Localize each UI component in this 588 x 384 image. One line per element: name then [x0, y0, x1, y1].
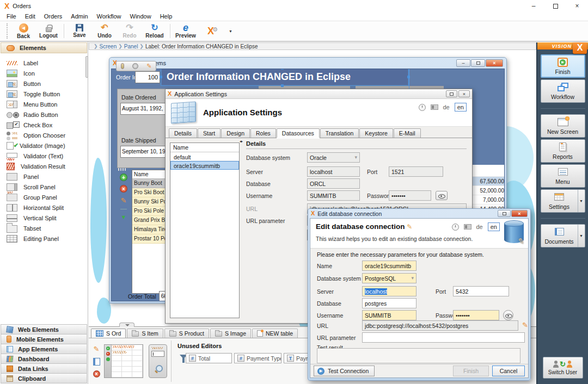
- palette-item-menu-button[interactable]: Menu Button: [0, 99, 88, 109]
- disable-icon[interactable]: [132, 63, 138, 69]
- remove-icon[interactable]: ×: [93, 370, 100, 377]
- tab-s-image[interactable]: S Image: [210, 329, 251, 338]
- flag-icon[interactable]: [431, 104, 438, 110]
- close-button[interactable]: ×: [486, 59, 503, 67]
- documents-button[interactable]: Documents ▼: [541, 224, 585, 247]
- palette-item-horizontal-split[interactable]: Horizontal Split: [0, 202, 88, 213]
- server-field[interactable]: localhost: [307, 166, 360, 177]
- close-button[interactable]: ×: [458, 90, 470, 97]
- close-button[interactable]: ×: [511, 210, 528, 217]
- palette-item-label[interactable]: Label: [0, 58, 88, 68]
- flag-icon[interactable]: [464, 224, 471, 230]
- section-data-links[interactable]: Data Links: [1, 363, 87, 374]
- editor-widget-thumbnail[interactable]: [149, 344, 167, 378]
- splitter-arrows-icon[interactable]: ◂▸: [240, 139, 242, 144]
- palette-item-icon[interactable]: Icon: [0, 68, 88, 78]
- database-field[interactable]: ORCL: [307, 178, 360, 189]
- table-row[interactable]: Pro Ski Pole: [132, 207, 167, 216]
- table-row[interactable]: Grand Prix Bicycle: [132, 216, 167, 225]
- price-cell[interactable]: 67,500.00: [469, 177, 505, 186]
- tab-new-table[interactable]: NEW table: [252, 329, 298, 338]
- lang-de[interactable]: de: [443, 104, 450, 110]
- table-row[interactable]: Prostar 10 Pound: [132, 234, 167, 244]
- table-row[interactable]: Pro Ski Boot: [132, 188, 167, 197]
- editor-chip-total[interactable]: # Total: [186, 353, 232, 363]
- port-field[interactable]: 1521: [389, 166, 443, 177]
- breadcrumb-panel[interactable]: Panel: [124, 44, 138, 49]
- section-web-elements[interactable]: Web Elements: [1, 324, 87, 335]
- undo-button[interactable]: ↶ Undo: [92, 21, 117, 41]
- palette-item-validator-image[interactable]: Validator (Image): [0, 140, 88, 151]
- reports-button[interactable]: Reports: [541, 139, 585, 163]
- test-connection-button[interactable]: ▶ Test Connection: [314, 366, 375, 376]
- delete-row-button[interactable]: ×: [120, 185, 127, 193]
- elements-header[interactable]: Elements: [1, 42, 87, 53]
- menu-help[interactable]: Help: [156, 13, 177, 20]
- date-shipped-field[interactable]: September 10, 1992: [120, 146, 169, 158]
- lang-en[interactable]: en: [488, 222, 500, 231]
- documents-dropdown-arrow[interactable]: ▼: [578, 225, 585, 247]
- price-cell[interactable]: 52,000.00: [469, 186, 505, 195]
- edit-pencil-icon[interactable]: ✎: [94, 345, 100, 353]
- palette-item-scroll-panel[interactable]: Scroll Panel: [0, 182, 88, 192]
- database-system-select[interactable]: PostgreSQL: [362, 273, 416, 283]
- table-row[interactable]: Himalaya Tires: [132, 225, 167, 234]
- palette-item-tabset[interactable]: Tabset: [0, 223, 88, 233]
- new-screen-button[interactable]: New Screen: [541, 114, 585, 138]
- server-field[interactable]: localhost: [362, 286, 416, 296]
- show-password-button[interactable]: [436, 191, 448, 200]
- database-field[interactable]: postgres: [362, 298, 416, 308]
- table-widget-thumbnail[interactable]: + ×: [104, 344, 143, 378]
- section-mobile-elements[interactable]: Mobile Elements: [1, 334, 87, 344]
- menu-admin[interactable]: Admin: [66, 13, 92, 20]
- save-button[interactable]: Save: [67, 21, 92, 41]
- datasource-row-oracle19csummitb[interactable]: oracle19csummitb: [170, 161, 239, 170]
- edit-pencil-icon[interactable]: ✎: [146, 63, 151, 70]
- close-button[interactable]: ×: [566, 0, 588, 12]
- edit-row-button[interactable]: ✎: [121, 196, 127, 205]
- tab-details[interactable]: Details: [169, 128, 197, 138]
- sidebar-splitter-handle[interactable]: [85, 56, 88, 78]
- items-column-header[interactable]: Name: [132, 170, 167, 179]
- tab-translation[interactable]: Translation: [320, 128, 359, 138]
- tab-s-item[interactable]: S Item: [127, 329, 163, 338]
- notebook-icon[interactable]: [93, 358, 100, 366]
- table-row[interactable]: Bunny Ski Pole: [132, 197, 167, 207]
- show-password-button[interactable]: [503, 310, 513, 320]
- palette-item-validation-result[interactable]: Validation Result: [0, 161, 88, 171]
- minimize-button[interactable]: –: [523, 0, 544, 12]
- maximize-button[interactable]: [544, 0, 566, 12]
- back-button[interactable]: ◀ Back: [11, 21, 36, 41]
- username-field[interactable]: SUMMITB: [362, 310, 416, 320]
- database-system-select[interactable]: Oracle: [307, 152, 360, 163]
- price-cell[interactable]: 7,000.00: [469, 195, 505, 205]
- history-icon[interactable]: [452, 224, 459, 231]
- cancel-button[interactable]: Cancel: [492, 366, 525, 376]
- editor-chip-payment-type-id[interactable]: # Payment Type Id ▼: [234, 353, 281, 363]
- switch-user-button[interactable]: ↻ Switch User: [543, 357, 583, 379]
- tab-start[interactable]: Start: [198, 128, 220, 138]
- lang-en[interactable]: en: [455, 103, 467, 112]
- palette-item-editing-panel[interactable]: Editing Panel: [0, 233, 88, 244]
- minimize-button[interactable]: –: [456, 59, 470, 67]
- datasource-row-default[interactable]: default: [170, 152, 239, 161]
- maximize-button[interactable]: [471, 59, 485, 67]
- menu-workflow[interactable]: Workflow: [93, 13, 126, 20]
- settings-button[interactable]: Settings ▼: [541, 189, 585, 213]
- palette-item-radio-button[interactable]: Radio Button: [0, 109, 88, 120]
- history-icon[interactable]: [419, 104, 426, 111]
- edit-url-pencil-icon[interactable]: ✎: [522, 321, 528, 329]
- menu-orders[interactable]: Orders: [40, 13, 67, 20]
- menu-edit[interactable]: Edit: [21, 13, 40, 20]
- date-ordered-field[interactable]: August 31, 1992, 12: [120, 103, 169, 115]
- password-field[interactable]: •••••••: [453, 310, 499, 320]
- visionx-menu-button[interactable]: X⚙: [198, 21, 223, 41]
- tab-design[interactable]: Design: [221, 128, 250, 138]
- menu-file[interactable]: File: [2, 13, 21, 20]
- port-field[interactable]: 5432: [453, 286, 509, 296]
- preview-button[interactable]: e Preview: [173, 21, 198, 41]
- url-parameter-field[interactable]: [362, 332, 525, 343]
- section-app-elements[interactable]: App Elements: [1, 344, 87, 354]
- tab-s-product[interactable]: S Product: [164, 329, 209, 338]
- palette-item-option-chooser[interactable]: Option Chooser: [0, 130, 88, 140]
